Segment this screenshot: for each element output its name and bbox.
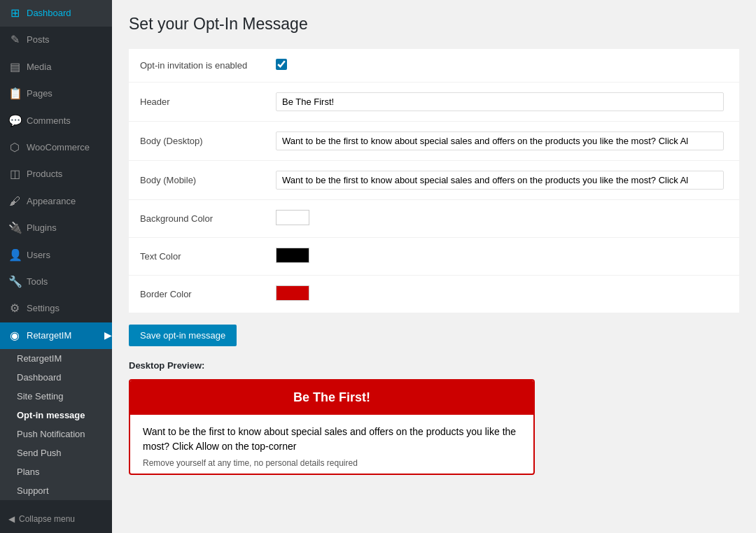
submenu: RetargetIM Dashboard Site Setting Opt-in… (0, 349, 112, 500)
opt-in-enabled-label: Opt-in invitation is enabled (129, 49, 269, 83)
sidebar-item-tools[interactable]: 🔧 Tools (0, 269, 112, 295)
preview-box: Be The First! Want to be the first to kn… (129, 379, 535, 475)
submenu-item-site-setting[interactable]: Site Setting (0, 387, 112, 406)
collapse-menu-button[interactable]: ◀ Collapse menu (0, 509, 112, 530)
preview-sub-text: Remove yourself at any time, no personal… (143, 458, 521, 468)
tools-icon: 🔧 (8, 274, 21, 290)
retargetim-icon: ◉ (8, 328, 21, 343)
text-color-row: Text Color (129, 237, 739, 275)
settings-icon: ⚙ (8, 301, 21, 316)
plugins-icon: 🔌 (8, 220, 21, 236)
submenu-item-support[interactable]: Support (0, 481, 112, 500)
sidebar-item-comments[interactable]: 💬 Comments (0, 108, 112, 134)
sidebar: ⊞ Dashboard ✎ Posts ▤ Media 📋 Pages 💬 Co… (0, 0, 112, 533)
body-desktop-label: Body (Desktop) (129, 121, 269, 160)
sidebar-item-woocommerce[interactable]: ⬡ WooCommerce (0, 134, 112, 161)
collapse-icon: ◀ (8, 514, 15, 524)
sidebar-item-media[interactable]: ▤ Media (0, 54, 112, 80)
submenu-item-plans[interactable]: Plans (0, 462, 112, 481)
bg-color-row: Background Color (129, 199, 739, 237)
submenu-item-opt-in[interactable]: Opt-in message (0, 406, 112, 425)
opt-in-enabled-row: Opt-in invitation is enabled (129, 49, 739, 83)
sidebar-item-users[interactable]: 👤 Users (0, 242, 112, 269)
sidebar-item-posts[interactable]: ✎ Posts (0, 27, 112, 53)
bg-color-swatch[interactable] (276, 210, 309, 225)
border-color-row: Border Color (129, 275, 739, 313)
sidebar-item-pages[interactable]: 📋 Pages (0, 80, 112, 107)
woocommerce-icon: ⬡ (8, 140, 21, 155)
sidebar-item-products[interactable]: ◫ Products (0, 161, 112, 187)
submenu-item-push-notification[interactable]: Push Notification (0, 425, 112, 443)
sidebar-item-retargetim[interactable]: ◉ RetargetIM ▶ (0, 322, 112, 349)
users-icon: 👤 (8, 248, 21, 263)
border-color-swatch[interactable] (276, 285, 309, 301)
text-color-swatch-wrap (276, 248, 309, 263)
products-icon: ◫ (8, 166, 21, 182)
border-color-label: Border Color (129, 275, 269, 313)
preview-body-text: Want to be the first to know about speci… (143, 425, 521, 454)
retargetim-arrow: ▶ (104, 329, 112, 343)
border-color-swatch-wrap (276, 285, 309, 301)
save-button[interactable]: Save opt-in message (129, 325, 237, 346)
preview-header: Be The First! (130, 381, 533, 415)
body-mobile-label: Body (Mobile) (129, 160, 269, 199)
sidebar-item-dashboard[interactable]: ⊞ Dashboard (0, 0, 112, 27)
submenu-item-retargetim[interactable]: RetargetIM (0, 349, 112, 368)
comments-icon: 💬 (8, 113, 21, 129)
sidebar-item-settings[interactable]: ⚙ Settings (0, 295, 112, 322)
header-label: Header (129, 82, 269, 121)
appearance-icon: 🖌 (8, 194, 21, 209)
opt-in-form: Opt-in invitation is enabled Header Body… (129, 49, 739, 313)
media-icon: ▤ (8, 59, 21, 75)
main-content: Set your Opt-In Message Opt-in invitatio… (112, 0, 756, 533)
text-color-swatch[interactable] (276, 248, 309, 263)
bg-color-label: Background Color (129, 199, 269, 237)
submenu-item-dashboard[interactable]: Dashboard (0, 368, 112, 387)
pages-icon: 📋 (8, 86, 21, 101)
header-row: Header (129, 82, 739, 121)
desktop-preview-label: Desktop Preview: (129, 360, 739, 371)
body-desktop-input[interactable] (276, 132, 724, 150)
body-desktop-row: Body (Desktop) (129, 121, 739, 160)
body-mobile-input[interactable] (276, 171, 724, 190)
opt-in-enabled-checkbox[interactable] (276, 59, 287, 70)
body-mobile-row: Body (Mobile) (129, 160, 739, 199)
header-input[interactable] (276, 92, 724, 111)
dashboard-icon: ⊞ (8, 6, 21, 21)
sidebar-item-appearance[interactable]: 🖌 Appearance (0, 188, 112, 215)
sidebar-item-plugins[interactable]: 🔌 Plugins (0, 215, 112, 241)
submenu-item-send-push[interactable]: Send Push (0, 443, 112, 462)
preview-body: Want to be the first to know about speci… (130, 415, 533, 474)
text-color-label: Text Color (129, 237, 269, 275)
page-title: Set your Opt-In Message (129, 14, 739, 35)
posts-icon: ✎ (8, 32, 21, 48)
bg-color-swatch-wrap (276, 210, 309, 225)
